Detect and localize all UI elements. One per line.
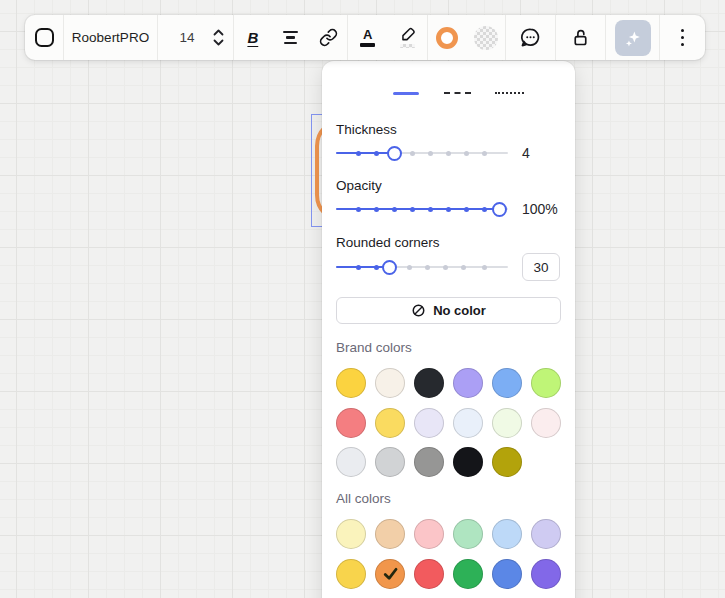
sparkle-button[interactable] xyxy=(615,20,651,56)
rounded-corners-label: Rounded corners xyxy=(336,236,561,250)
color-swatch[interactable] xyxy=(414,368,444,398)
color-swatch[interactable] xyxy=(492,519,522,549)
font-size-control: 14 xyxy=(157,15,233,60)
highlight-button[interactable] xyxy=(388,15,428,60)
swatch-row xyxy=(336,559,561,589)
line-style-selector xyxy=(345,83,570,103)
magic-tools-cell xyxy=(605,15,659,60)
color-swatch[interactable] xyxy=(336,447,366,477)
opacity-handle[interactable] xyxy=(492,202,507,217)
thickness-slider[interactable] xyxy=(336,145,508,161)
brand-colors-label: Brand colors xyxy=(336,340,561,355)
color-swatch[interactable] xyxy=(414,408,444,438)
swatch-row xyxy=(336,519,561,549)
shape-style-panel: Thickness 4 Opacity xyxy=(322,61,575,598)
swatch-row xyxy=(336,408,561,438)
color-swatch[interactable] xyxy=(336,559,366,589)
color-swatch[interactable] xyxy=(492,408,522,438)
color-swatch[interactable] xyxy=(492,368,522,398)
text-color-icon: A xyxy=(360,28,375,46)
color-swatch[interactable] xyxy=(414,559,444,589)
bold-button[interactable]: B xyxy=(234,15,272,60)
text-color-group: A xyxy=(347,15,427,60)
font-size-stepper xyxy=(213,29,224,46)
color-swatch[interactable] xyxy=(414,447,444,477)
color-swatch[interactable] xyxy=(453,559,483,589)
color-swatch[interactable] xyxy=(375,368,405,398)
shape-picker-button[interactable] xyxy=(25,15,63,60)
thickness-handle[interactable] xyxy=(387,146,402,161)
bold-icon: B xyxy=(247,29,258,46)
line-style-dashed[interactable] xyxy=(438,83,478,103)
color-swatch[interactable] xyxy=(375,447,405,477)
format-toolbar: RoobertPRO 14 B xyxy=(25,15,705,60)
opacity-label: Opacity xyxy=(336,179,561,193)
text-align-button[interactable] xyxy=(272,15,310,60)
swatch-row xyxy=(336,447,561,477)
chevron-down-icon[interactable] xyxy=(213,39,224,46)
no-color-button[interactable]: No color xyxy=(336,297,561,324)
rounded-corners-input[interactable] xyxy=(522,253,560,281)
font-family-label: RoobertPRO xyxy=(72,30,149,45)
no-color-icon xyxy=(411,303,426,318)
fill-color-button[interactable] xyxy=(467,15,506,60)
color-swatch[interactable] xyxy=(375,559,405,589)
transparent-fill-icon xyxy=(474,26,498,50)
opacity-row: 100% xyxy=(336,201,561,217)
font-size-value[interactable]: 14 xyxy=(169,30,205,45)
color-swatch[interactable] xyxy=(414,519,444,549)
color-swatch[interactable] xyxy=(531,368,561,398)
swatch-row xyxy=(336,368,561,398)
brand-colors-grid xyxy=(336,368,561,477)
thickness-value: 4 xyxy=(522,145,530,161)
color-swatch[interactable] xyxy=(531,408,561,438)
color-swatch[interactable] xyxy=(375,408,405,438)
rounded-corners-slider[interactable] xyxy=(336,259,508,275)
all-colors-label: All colors xyxy=(336,491,561,506)
link-button[interactable] xyxy=(309,15,347,60)
comment-bubble-icon xyxy=(519,26,542,49)
all-colors-grid xyxy=(336,519,561,589)
comment-button[interactable] xyxy=(505,15,555,60)
color-swatch[interactable] xyxy=(453,368,483,398)
line-style-dotted[interactable] xyxy=(490,83,530,103)
link-icon xyxy=(319,28,338,47)
color-swatch[interactable] xyxy=(492,559,522,589)
opacity-value: 100% xyxy=(522,201,558,217)
border-color-button[interactable] xyxy=(428,15,467,60)
check-icon xyxy=(377,561,403,587)
more-options-button[interactable] xyxy=(659,15,705,60)
thickness-row: 4 xyxy=(336,145,561,161)
color-swatch[interactable] xyxy=(453,519,483,549)
font-family-button[interactable]: RoobertPRO xyxy=(63,15,157,60)
text-color-button[interactable]: A xyxy=(348,15,388,60)
highlighter-icon xyxy=(399,27,416,48)
color-swatch[interactable] xyxy=(531,559,561,589)
shape-color-group xyxy=(427,15,505,60)
color-swatch[interactable] xyxy=(453,408,483,438)
rounded-square-icon xyxy=(35,28,54,47)
chevron-up-icon[interactable] xyxy=(213,29,224,36)
no-color-label: No color xyxy=(433,303,486,318)
color-swatch[interactable] xyxy=(336,408,366,438)
lock-button[interactable] xyxy=(555,15,605,60)
rounded-corners-row xyxy=(336,253,561,281)
kebab-menu-icon xyxy=(681,29,685,47)
color-swatch[interactable] xyxy=(492,447,522,477)
color-swatch[interactable] xyxy=(531,519,561,549)
line-style-solid[interactable] xyxy=(386,83,426,103)
unlock-icon xyxy=(570,27,591,48)
thickness-label: Thickness xyxy=(336,123,561,137)
border-color-ring-icon xyxy=(436,27,458,49)
color-swatch[interactable] xyxy=(336,519,366,549)
color-swatch[interactable] xyxy=(375,519,405,549)
rounded-corners-handle[interactable] xyxy=(382,260,397,275)
text-format-group: B xyxy=(233,15,347,60)
align-center-icon xyxy=(283,31,298,44)
sparkle-icon xyxy=(622,27,644,49)
opacity-slider[interactable] xyxy=(336,201,508,217)
color-swatch[interactable] xyxy=(453,447,483,477)
color-swatch[interactable] xyxy=(336,368,366,398)
